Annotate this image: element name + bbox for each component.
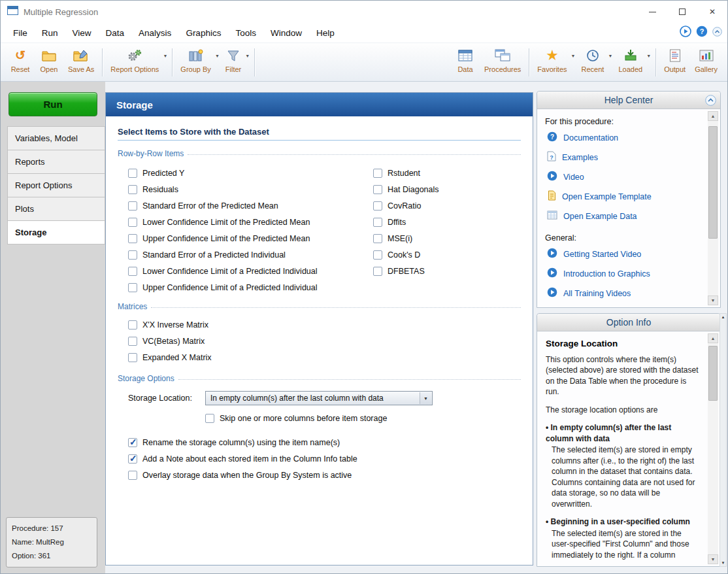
- reset-button[interactable]: ↺ Reset: [6, 45, 35, 80]
- menu-view[interactable]: View: [65, 23, 99, 42]
- checkbox[interactable]: [128, 471, 137, 480]
- scroll-up-icon[interactable]: ▲: [708, 333, 718, 343]
- checkbox[interactable]: [205, 414, 214, 423]
- tab-report-options[interactable]: Report Options: [7, 173, 105, 197]
- storage-location-select[interactable]: In empty column(s) after the last column…: [205, 391, 433, 405]
- filter-button[interactable]: ▼ Filter: [221, 45, 251, 80]
- scrollbar-track[interactable]: [708, 121, 718, 295]
- checkbox[interactable]: [128, 267, 137, 276]
- gallery-button[interactable]: Gallery: [690, 45, 722, 80]
- close-button[interactable]: ✕: [697, 1, 727, 23]
- checkbox-item[interactable]: Dffits: [373, 214, 439, 230]
- checkbox[interactable]: [128, 201, 137, 211]
- report-options-button[interactable]: ▼ Report Options: [106, 45, 169, 80]
- menu-graphics[interactable]: Graphics: [178, 23, 228, 42]
- run-play-icon[interactable]: [680, 25, 691, 40]
- checkbox-item[interactable]: CovRatio: [373, 197, 439, 214]
- checkbox-item[interactable]: Predicted Y: [128, 165, 373, 181]
- link-introduction-to-graphics[interactable]: Introduction to Graphics: [545, 264, 703, 284]
- output-button[interactable]: Output: [659, 45, 690, 80]
- link-all-training-videos[interactable]: All Training Videos: [545, 284, 703, 303]
- menu-data[interactable]: Data: [99, 23, 132, 42]
- checkbox[interactable]: [373, 201, 382, 211]
- checkbox-item[interactable]: Lower Confidence Limit of the Predicted …: [128, 214, 373, 230]
- link-video[interactable]: Video: [545, 167, 703, 187]
- link-open-example-data[interactable]: Open Example Data: [545, 207, 703, 226]
- help-icon[interactable]: ?: [696, 25, 708, 40]
- option-info-scrollbar[interactable]: ▲ ▼: [708, 333, 718, 564]
- recent-button[interactable]: ▼ Recent: [577, 45, 614, 80]
- tab-plots[interactable]: Plots: [7, 197, 105, 221]
- tab-reports[interactable]: Reports: [7, 150, 105, 174]
- right-edge-scrollbar[interactable]: ▲ ▼: [720, 313, 727, 567]
- combo-dropdown-icon[interactable]: ▼: [420, 392, 431, 404]
- save-as-button[interactable]: Save As: [63, 45, 99, 80]
- checkbox-item[interactable]: X'X Inverse Matrix: [128, 316, 521, 333]
- menu-file[interactable]: File: [6, 23, 35, 42]
- checkbox-item[interactable]: VC(Betas) Matrix: [128, 333, 521, 349]
- checkbox[interactable]: [373, 250, 382, 260]
- checkbox-item[interactable]: Add a Note about each stored item in the…: [128, 450, 521, 467]
- link-open-example-template[interactable]: Open Example Template: [545, 187, 703, 207]
- checkbox[interactable]: [128, 169, 137, 178]
- checkbox[interactable]: [373, 267, 382, 276]
- loaded-button[interactable]: ▼ Loaded: [614, 45, 652, 80]
- checkbox-item[interactable]: MSE(i): [373, 230, 439, 246]
- checkbox-item[interactable]: DFBETAS: [373, 263, 439, 279]
- collapse-panel-icon[interactable]: [705, 95, 716, 108]
- checkbox-item[interactable]: Rename the storage column(s) using the i…: [128, 434, 521, 450]
- checkbox[interactable]: [128, 250, 137, 260]
- menu-help[interactable]: Help: [309, 23, 342, 42]
- scroll-down-icon[interactable]: ▼: [708, 554, 718, 564]
- menu-analysis[interactable]: Analysis: [131, 23, 178, 42]
- scrollbar-track[interactable]: [708, 343, 718, 554]
- scrollbar-thumb[interactable]: [708, 346, 718, 401]
- menu-run[interactable]: Run: [35, 23, 65, 42]
- checkbox-item[interactable]: Expanded X Matrix: [128, 349, 521, 365]
- minimize-button[interactable]: [637, 1, 667, 23]
- scroll-up-icon[interactable]: ▲: [721, 315, 725, 319]
- menu-tools[interactable]: Tools: [228, 23, 263, 42]
- scroll-up-icon[interactable]: ▲: [708, 111, 718, 121]
- data-button[interactable]: Data: [451, 45, 480, 80]
- checkbox[interactable]: [128, 320, 137, 329]
- checkbox-item[interactable]: Rstudent: [373, 165, 439, 181]
- checkbox[interactable]: [373, 234, 382, 243]
- run-button[interactable]: Run: [8, 92, 97, 116]
- checkbox[interactable]: [128, 337, 137, 346]
- scrollbar-thumb[interactable]: [708, 126, 718, 239]
- procedures-button[interactable]: Procedures: [480, 45, 525, 80]
- checkbox[interactable]: [128, 283, 137, 292]
- checkbox-item[interactable]: Cook's D: [373, 246, 439, 263]
- checkbox-item[interactable]: Skip one or more columns before item sto…: [205, 410, 521, 426]
- scroll-down-icon[interactable]: ▼: [721, 561, 725, 565]
- checkbox-item[interactable]: Lower Confidence Limit of a Predicted In…: [128, 263, 373, 279]
- menu-window[interactable]: Window: [263, 23, 309, 42]
- scroll-down-icon[interactable]: ▼: [708, 295, 718, 305]
- link-documentation[interactable]: ? Documentation: [545, 128, 703, 148]
- checkbox-item[interactable]: Residuals: [128, 181, 373, 197]
- checkbox-item[interactable]: Hat Diagonals: [373, 181, 439, 197]
- link-getting-started-video[interactable]: Getting Started Video: [545, 245, 703, 264]
- checkbox[interactable]: [128, 218, 137, 227]
- tab-variables-model[interactable]: Variables, Model: [7, 126, 105, 150]
- link-examples[interactable]: ? Examples: [545, 148, 703, 167]
- checkbox[interactable]: [128, 185, 137, 194]
- checkbox[interactable]: [128, 234, 137, 243]
- checkbox-item[interactable]: Upper Confidence Limit of a Predicted In…: [128, 279, 373, 295]
- collapse-ribbon-icon[interactable]: [712, 27, 722, 39]
- help-center-scrollbar[interactable]: ▲ ▼: [708, 111, 718, 305]
- checkbox-item[interactable]: Upper Confidence Limit of the Predicted …: [128, 230, 373, 246]
- maximize-button[interactable]: [667, 1, 697, 23]
- open-button[interactable]: Open: [35, 45, 63, 80]
- group-by-button[interactable]: ▼ Group By: [176, 45, 220, 80]
- tab-storage[interactable]: Storage: [7, 220, 105, 245]
- checkbox[interactable]: [373, 218, 382, 227]
- favorites-button[interactable]: ★ ▼ Favorites: [533, 45, 576, 80]
- checkbox-item[interactable]: Standard Error of a Predicted Individual: [128, 246, 373, 263]
- checkbox-item[interactable]: Standard Error of the Predicted Mean: [128, 197, 373, 214]
- checkbox[interactable]: [128, 454, 137, 464]
- checkbox[interactable]: [128, 353, 137, 362]
- checkbox[interactable]: [128, 438, 137, 447]
- checkbox-item[interactable]: Overlay storage data when the Group By S…: [128, 467, 521, 483]
